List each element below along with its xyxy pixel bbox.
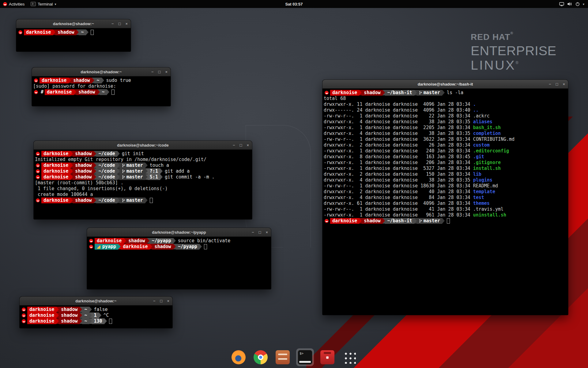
terminal-content[interactable]: darknoiseshadow~ — [16, 28, 131, 52]
minimize-button-icon[interactable]: − — [549, 82, 551, 86]
powerline-arrow — [89, 318, 92, 324]
maximize-button-icon[interactable]: □ — [556, 82, 558, 86]
maximize-button-icon[interactable]: □ — [119, 22, 121, 26]
redhat-prompt-icon — [36, 175, 40, 179]
minimize-button-icon[interactable]: − — [252, 230, 254, 234]
dock-item-apps[interactable] — [341, 349, 358, 366]
prompt-user-segment: darknoise — [45, 89, 74, 95]
powerline-arrow — [359, 90, 362, 95]
dock-item-terminal[interactable]: $> — [296, 348, 314, 366]
prompt-git-segment: master — [120, 168, 145, 174]
app-menu-label: Terminal — [38, 2, 53, 6]
dock-item-files[interactable] — [274, 349, 291, 366]
close-button-icon[interactable]: × — [247, 143, 249, 147]
file-name: template — [473, 189, 495, 195]
maximize-button-icon[interactable]: □ — [240, 143, 242, 147]
app-menu-terminal[interactable]: Terminal ▾ — [28, 0, 59, 8]
powerline-arrow — [74, 89, 76, 95]
window-titlebar[interactable]: darknoise@shadow:~/pyapp−□× — [87, 228, 271, 237]
close-button-icon[interactable]: × — [266, 230, 268, 234]
terminal-line: [master (root-commit) 50bcb63] . — [35, 180, 251, 186]
close-button-icon[interactable]: × — [125, 22, 128, 26]
terminal-line: darknoiseshadow~1^C — [21, 312, 172, 318]
prompt-path-segment: ~/code — [96, 197, 117, 203]
terminal-cursor — [204, 244, 207, 249]
ls-entry-meta: -rwxrwxr-x. 1 darknoise darknoise 206 Ja… — [324, 160, 473, 166]
dock-item-firefox[interactable] — [230, 349, 247, 366]
powerline-arrow — [118, 244, 121, 249]
command-text: touch a — [148, 163, 169, 168]
window-titlebar[interactable]: darknoise@shadow:~−□× — [20, 297, 172, 305]
close-button-icon[interactable]: × — [563, 82, 565, 86]
redhat-prompt-icon — [36, 163, 40, 167]
powerline-arrow — [117, 163, 120, 168]
window-titlebar[interactable]: darknoise@shadow:~/bash-it−□× — [322, 80, 568, 89]
powerline-arrow — [124, 238, 126, 243]
terminal-line: -rw-rw-r--. 1 darknoise darknoise 41 Jan… — [324, 206, 567, 212]
maximize-button-icon[interactable]: □ — [259, 230, 261, 234]
window-controls: −□× — [252, 228, 268, 236]
close-button-icon[interactable]: × — [167, 299, 169, 303]
system-status-area[interactable]: ▾ — [557, 0, 586, 8]
prompt-host-segment: shadow — [73, 174, 94, 180]
redhat-prompt-icon — [325, 91, 329, 95]
prompt-path-segment: ~/code — [96, 168, 117, 174]
window-title: darknoise@shadow:~/bash-it — [418, 82, 473, 86]
minimize-button-icon[interactable]: − — [151, 70, 154, 74]
prompt-host-segment: shadow — [126, 238, 147, 244]
terminal-line: -rw-rw-r--. 1 darknoise darknoise 22 Jan… — [324, 113, 567, 119]
powerline-arrow — [94, 151, 96, 156]
powerline-arrow — [117, 151, 120, 156]
activities-button[interactable]: Activities — [0, 0, 28, 8]
terminal-line: [sudo] password for darknoise: — [33, 83, 170, 89]
prompt-host-segment: shadow — [362, 90, 383, 96]
minimize-button-icon[interactable]: − — [153, 299, 156, 303]
terminal-content[interactable]: darknoiseshadow~sudo true[sudo] password… — [32, 76, 171, 106]
powerline-arrow — [70, 197, 73, 203]
powerline-arrow — [56, 318, 59, 324]
clock[interactable]: Sat 03:57 — [285, 2, 303, 6]
window-titlebar[interactable]: darknoise@shadow:~/code−□× — [34, 141, 252, 150]
redhat-logo-icon — [3, 2, 7, 6]
dock-chrome-icon — [254, 350, 268, 364]
display-icon — [559, 2, 564, 6]
redhat-prompt-icon — [18, 30, 22, 34]
maximize-button-icon[interactable]: □ — [158, 70, 161, 74]
terminal-content[interactable]: darknoiseshadow~/pyappsource bin/activat… — [87, 237, 271, 289]
dock-terminal-icon: $> — [298, 350, 312, 365]
terminal-line: darknoiseshadow~/codemasterS:1git commit… — [35, 174, 251, 180]
window-titlebar[interactable]: darknoise@shadow:~−□× — [16, 19, 131, 28]
prompt-host-segment: shadow — [152, 244, 173, 250]
file-name: install.sh — [473, 166, 501, 171]
terminal-line: darknoiseshadow~/bash-itmasterls -la — [324, 90, 567, 96]
prompt-host-segment: shadow — [59, 318, 80, 324]
window-titlebar[interactable]: darknoise@shadow:~−□× — [32, 67, 171, 76]
registered-mark: ® — [516, 61, 520, 65]
command-text: ls -la — [445, 90, 463, 96]
terminal-cursor — [447, 218, 450, 224]
dock-toolbox-icon — [320, 350, 334, 364]
redhat-prompt-icon — [22, 319, 26, 323]
terminal-content[interactable]: darknoiseshadow~/bash-itmasterls -latota… — [322, 89, 568, 315]
dock-item-toolbox[interactable] — [319, 349, 336, 366]
prompt-user-segment: darknoise — [41, 197, 70, 203]
terminal-output: create mode 100644 a — [35, 192, 93, 197]
powerline-arrow — [56, 307, 59, 312]
minimize-button-icon[interactable]: − — [233, 143, 235, 147]
terminal-line: -rwxrwxr-x. 1 darknoise darknoise 206 Ja… — [324, 160, 567, 166]
git-branch-icon — [122, 163, 125, 167]
ls-entry-meta: -rw-rw-r--. 1 darknoise darknoise 41 Jan… — [324, 206, 473, 212]
terminal-content[interactable]: darknoiseshadow~falsedarknoiseshadow~1^C… — [20, 305, 172, 328]
terminal-window-home-1: darknoise@shadow:~−□×darknoiseshadow~ — [16, 19, 131, 52]
maximize-button-icon[interactable]: □ — [160, 299, 163, 303]
dock-item-chrome[interactable] — [252, 349, 269, 366]
desktop: RED HAT® ENTERPRISE LINUX® Activities Te… — [0, 0, 588, 368]
powerline-arrow — [69, 78, 71, 83]
close-button-icon[interactable]: × — [165, 70, 168, 74]
terminal-content[interactable]: darknoiseshadow~/codegit initInitialized… — [34, 150, 252, 219]
minimize-button-icon[interactable]: − — [111, 22, 114, 26]
prompt-path-segment: ~ — [82, 318, 89, 324]
prompt-user-segment: darknoise — [27, 312, 56, 318]
terminal-line: darknoiseshadow~/pyappsource bin/activat… — [88, 238, 270, 244]
powerline-arrow — [117, 197, 120, 203]
